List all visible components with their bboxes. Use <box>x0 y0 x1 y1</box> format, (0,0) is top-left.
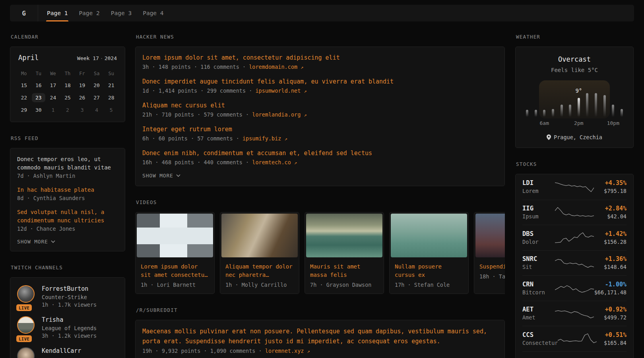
calendar-day[interactable]: 24 <box>46 91 60 104</box>
calendar-day[interactable]: 29 <box>17 104 31 116</box>
calendar-day-other-month[interactable]: 1 <box>46 104 60 116</box>
stock-symbol[interactable]: AET <box>522 306 555 313</box>
calendar-day[interactable]: 26 <box>75 91 89 104</box>
rss-show-more-button[interactable]: SHOW MORE <box>17 239 118 245</box>
hn-item-title[interactable]: Donec enim nibh, condimentum et accumsan… <box>142 149 498 158</box>
weather-bars <box>526 81 623 117</box>
hn-item: Donec enim nibh, condimentum et accumsan… <box>142 149 498 165</box>
stock-symbol[interactable]: DBS <box>522 230 555 237</box>
video-title[interactable]: Nullam posuere cursus ex <box>395 263 463 279</box>
rss-section: RSS FEED Donec tempor eros leo, ut commo… <box>10 135 125 251</box>
calendar-day[interactable]: 17 <box>46 79 60 91</box>
stock-symbol[interactable]: CCS <box>522 331 558 339</box>
calendar-day[interactable]: 18 <box>60 79 75 91</box>
avatar[interactable] <box>17 347 35 358</box>
videos-section: VIDEOS Lorem ipsum dolor sit amet consec… <box>135 199 505 294</box>
avatar[interactable] <box>17 285 35 303</box>
stock-price: $165.84 <box>597 340 627 346</box>
calendar-day[interactable]: 19 <box>75 79 89 91</box>
calendar-day[interactable]: 22 <box>17 91 31 104</box>
calendar-day[interactable]: 15 <box>17 79 31 91</box>
calendar-day-selected[interactable]: 23 <box>31 91 46 104</box>
calendar-day-other-month[interactable]: 3 <box>75 104 89 116</box>
calendar-day[interactable]: 16 <box>31 79 46 91</box>
rss-item: Donec tempor eros leo, ut commodo mauris… <box>17 155 118 179</box>
hn-item-title[interactable]: Integer eget rutrum lorem <box>142 125 498 134</box>
calendar-day[interactable]: 27 <box>89 91 104 104</box>
calendar-day[interactable]: 21 <box>104 79 118 91</box>
hn-item-domain[interactable]: loremdomain.com <box>249 64 297 70</box>
stock-symbol[interactable]: SNRC <box>522 255 555 263</box>
videos-section-label: VIDEOS <box>136 199 505 205</box>
stocks-widget: LDILorem +4.35%$795.18 IIGIpsum +2.84%$4… <box>515 174 634 358</box>
subreddit-section-label: /R/SUBREDDIT <box>136 307 505 313</box>
twitch-section: TWITCH CHANNELS LIVE ForrestBurton Count… <box>10 265 125 358</box>
rss-section-label: RSS FEED <box>11 135 125 141</box>
weather-hour-labels: 6am2pm10pm <box>526 120 623 127</box>
reddit-post-title[interactable]: Maecenas mollis pulvinar erat non posuer… <box>142 327 498 346</box>
twitch-section-label: TWITCH CHANNELS <box>11 265 125 270</box>
calendar-day[interactable]: 28 <box>104 91 118 104</box>
stock-sparkline <box>555 205 594 220</box>
tab-page-1[interactable]: Page 1 <box>41 5 73 21</box>
calendar-day[interactable]: 25 <box>60 91 75 104</box>
reddit-post-meta: 19h · 9,932 points · 1,090 comments · lo… <box>142 348 498 354</box>
rss-item-title[interactable]: Sed volutpat nulla nisl, a condimentum n… <box>17 208 118 225</box>
video-thumbnail[interactable] <box>306 214 382 257</box>
hn-show-more-button[interactable]: SHOW MORE <box>142 173 498 179</box>
external-link-icon: ↗ <box>285 136 287 142</box>
rss-item-title[interactable]: In hac habitasse platea <box>17 186 118 194</box>
stock-price: $156.28 <box>594 239 627 245</box>
twitch-channel-name[interactable]: Trisha <box>42 316 97 323</box>
stock-name: Bitcorn <box>522 289 555 296</box>
twitch-channel-meta: 3h · 1.2k viewers <box>42 333 97 339</box>
reddit-post-domain[interactable]: loremnet.xyz <box>265 348 304 354</box>
tab-page-2[interactable]: Page 2 <box>73 5 105 21</box>
video-thumbnail[interactable] <box>137 214 213 257</box>
twitch-channel: KendallCarr <box>17 347 118 358</box>
rss-item-title[interactable]: Donec tempor eros leo, ut commodo mauris… <box>17 155 118 172</box>
hn-item-title[interactable]: Aliquam nec cursus elit <box>142 101 498 110</box>
twitch-channel: LIVE ForrestBurton Counter-Strike 1h · 1… <box>17 285 118 308</box>
calendar-day-other-month[interactable]: 2 <box>60 104 75 116</box>
weather-section: WEATHER Overcast Feels like 5°C 9° 6am2p… <box>515 34 634 148</box>
hn-item-title[interactable]: Lorem ipsum dolor sit amet, consectetur … <box>142 53 498 62</box>
video-title[interactable]: Mauris sit amet massa felis <box>310 263 378 279</box>
hn-item: Aliquam nec cursus elit 21h · 710 points… <box>142 101 498 118</box>
external-link-icon: ↗ <box>307 348 310 354</box>
video-thumbnail[interactable] <box>221 214 298 257</box>
hn-item-domain[interactable]: ipsumify.biz <box>242 135 281 142</box>
stock-symbol[interactable]: IIG <box>522 205 555 212</box>
video-card: Mauris sit amet massa felis 7h · Grayson… <box>305 212 384 294</box>
stock-row: CCSConsectetur +0.51%$165.84 <box>522 326 627 351</box>
hn-item-domain[interactable]: ipsumworld.net <box>255 88 301 94</box>
hn-item-meta: 1d · 1,414 points · 299 comments · ipsum… <box>142 88 498 94</box>
hn-item-domain[interactable]: loremlandia.org <box>252 111 301 118</box>
twitch-channel-name[interactable]: ForrestBurton <box>42 285 97 292</box>
twitch-channel-game: League of Legends <box>42 325 97 331</box>
calendar-day[interactable]: 30 <box>31 104 46 116</box>
twitch-channel-name[interactable]: KendallCarr <box>42 347 81 354</box>
video-title[interactable]: Aliquam tempor dolor nec pharetra… <box>225 263 294 279</box>
video-title[interactable]: Lorem ipsum dolor sit amet consectetu… <box>141 263 209 279</box>
avatar[interactable] <box>17 316 35 334</box>
stock-price: $42.04 <box>594 213 627 220</box>
stock-name: Consectetur <box>522 340 558 346</box>
tab-page-3[interactable]: Page 3 <box>105 5 137 21</box>
video-title[interactable]: Suspendisse diam <box>479 263 505 271</box>
stock-symbol[interactable]: LDI <box>522 179 555 187</box>
hn-item-title[interactable]: Donec imperdiet augue tincidunt felis al… <box>142 77 498 86</box>
stock-row: IIGIpsum +2.84%$42.04 <box>522 200 627 225</box>
calendar-day[interactable]: 20 <box>89 79 104 91</box>
app-logo[interactable]: G <box>10 5 38 21</box>
calendar-day-other-month[interactable]: 4 <box>89 104 104 116</box>
chevron-down-icon <box>51 240 55 243</box>
video-thumbnail[interactable] <box>391 214 467 257</box>
stock-symbol[interactable]: CRN <box>522 281 555 288</box>
stock-sparkline <box>555 306 594 321</box>
stock-row: LDILorem +4.35%$795.18 <box>522 174 627 200</box>
video-thumbnail[interactable] <box>475 214 505 257</box>
tab-page-4[interactable]: Page 4 <box>137 5 169 21</box>
hn-item-domain[interactable]: loremtech.co <box>252 159 291 165</box>
calendar-day-other-month[interactable]: 5 <box>104 104 118 116</box>
